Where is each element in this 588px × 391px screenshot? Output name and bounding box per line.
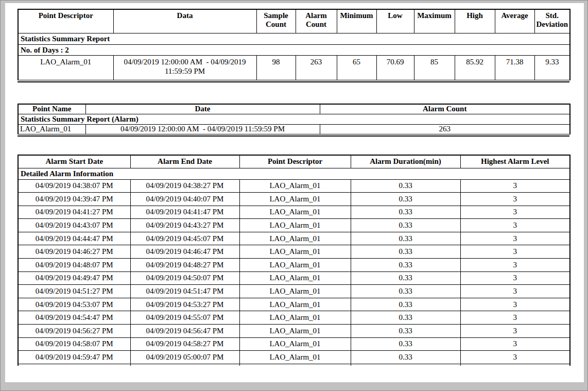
highest-alarm-level-cell: 3 bbox=[460, 245, 570, 259]
alarm-start-date-cell: 04/09/2019 04:38:07 PM bbox=[18, 179, 130, 193]
highest-alarm-level-cell: 3 bbox=[460, 325, 570, 338]
col-highest-alarm-level: Highest Alarm Level bbox=[460, 155, 570, 168]
point-descriptor-cell: LAO_Alarm_01 bbox=[239, 311, 351, 325]
alarm-duration-cell: 0.33 bbox=[351, 311, 460, 325]
table-cutoff-stub bbox=[18, 364, 130, 366]
summary-header-row: Point Descriptor Data Sample Count Alarm… bbox=[18, 9, 570, 33]
minimum-value: 65 bbox=[337, 55, 376, 80]
alarm-end-date-cell: 04/09/2019 04:50:07 PM bbox=[130, 271, 239, 285]
col-alarm-count2: Alarm Count bbox=[320, 104, 570, 114]
summary-title-row: Statistics Summary Report bbox=[18, 33, 570, 44]
highest-alarm-level-cell: 3 bbox=[460, 193, 570, 206]
point-descriptor-cell: LAO_Alarm_01 bbox=[239, 179, 351, 193]
alarm-end-date-cell: 04/09/2019 04:53:27 PM bbox=[130, 298, 239, 311]
std-deviation-value: 9.33 bbox=[534, 55, 570, 80]
detailed-alarm-rows: 04/09/2019 04:38:07 PM 04/09/2019 04:38:… bbox=[18, 179, 570, 364]
alarm-summary-table: Statistics Summary Report (Alarm) Point … bbox=[18, 104, 570, 134]
highest-alarm-level-cell: 3 bbox=[460, 311, 570, 325]
alarm-row: 04/09/2019 04:38:07 PM 04/09/2019 04:38:… bbox=[18, 179, 570, 193]
statistics-summary-section: Statistics Summary Report No. of Days : … bbox=[18, 9, 569, 82]
alarm-count-value: 263 bbox=[296, 55, 337, 80]
col-alarm-count: Alarm Count bbox=[296, 9, 337, 33]
highest-alarm-level-cell: 3 bbox=[460, 259, 570, 272]
highest-alarm-level-cell: 3 bbox=[460, 219, 570, 232]
alarm-summary-title-row: Statistics Summary Report (Alarm) bbox=[18, 114, 570, 124]
maximum-value: 85 bbox=[414, 55, 455, 80]
table-cutoff bbox=[18, 364, 570, 366]
alarm-row: 04/09/2019 04:59:47 PM 04/09/2019 05:00:… bbox=[18, 351, 570, 364]
detailed-alarm-title: Detailed Alarm Information bbox=[18, 168, 570, 179]
alarm-end-date-cell: 04/09/2019 04:46:47 PM bbox=[130, 245, 239, 259]
alarm-end-date-cell: 04/09/2019 04:41:47 PM bbox=[130, 206, 239, 219]
alarm-end-date-cell: 04/09/2019 05:00:07 PM bbox=[130, 351, 239, 364]
table-cutoff-stub bbox=[460, 364, 570, 366]
col-high: High bbox=[455, 9, 495, 33]
alarm-end-date-cell: 04/09/2019 04:51:47 PM bbox=[130, 285, 239, 298]
detailed-alarm-title-row: Detailed Alarm Information bbox=[18, 168, 570, 179]
high-value: 85.92 bbox=[455, 55, 495, 80]
point-descriptor-cell: LAO_Alarm_01 bbox=[239, 337, 351, 351]
alarm-duration-cell: 0.33 bbox=[351, 232, 460, 245]
low-value: 70.69 bbox=[376, 55, 414, 80]
data-range-line2: 11:59:59 PM bbox=[115, 66, 255, 76]
alarm-summary-data-row: LAO_Alarm_01 04/09/2019 12:00:00 AM - 04… bbox=[18, 124, 570, 134]
alarm-row: 04/09/2019 04:43:07 PM 04/09/2019 04:43:… bbox=[18, 219, 570, 232]
alarm-row: 04/09/2019 04:39:47 PM 04/09/2019 04:40:… bbox=[18, 193, 570, 206]
alarm-row: 04/09/2019 04:51:27 PM 04/09/2019 04:51:… bbox=[18, 285, 570, 298]
highest-alarm-level-cell: 3 bbox=[460, 351, 570, 364]
alarm-start-date-cell: 04/09/2019 04:48:07 PM bbox=[18, 259, 130, 272]
alarm-row: 04/09/2019 04:46:27 PM 04/09/2019 04:46:… bbox=[18, 245, 570, 259]
detailed-alarm-section: Detailed Alarm Information Alarm Start D… bbox=[18, 155, 570, 366]
alarm-start-date-cell: 04/09/2019 04:59:47 PM bbox=[18, 351, 130, 364]
alarm-end-date-cell: 04/09/2019 04:48:27 PM bbox=[130, 259, 239, 272]
alarm-row: 04/09/2019 04:44:47 PM 04/09/2019 04:45:… bbox=[18, 232, 570, 245]
alarm-duration-cell: 0.33 bbox=[351, 219, 460, 232]
alarm-end-date-cell: 04/09/2019 04:58:27 PM bbox=[130, 337, 239, 351]
highest-alarm-level-cell: 3 bbox=[460, 179, 570, 193]
highest-alarm-level-cell: 3 bbox=[460, 337, 570, 351]
alarm-duration-cell: 0.33 bbox=[351, 245, 460, 259]
alarm-duration-cell: 0.33 bbox=[351, 206, 460, 219]
alarm-start-date-cell: 04/09/2019 04:58:07 PM bbox=[18, 337, 130, 351]
col-data: Data bbox=[113, 9, 256, 33]
point-descriptor-cell: LAO_Alarm_01 bbox=[239, 298, 351, 311]
report-page: Statistics Summary Report No. of Days : … bbox=[5, 3, 584, 382]
col-alarm-duration: Alarm Duration(min) bbox=[351, 155, 460, 168]
highest-alarm-level-cell: 3 bbox=[460, 285, 570, 298]
alarm-row: 04/09/2019 04:41:27 PM 04/09/2019 04:41:… bbox=[18, 206, 570, 219]
alarm-start-date-cell: 04/09/2019 04:49:47 PM bbox=[18, 271, 130, 285]
alarm-duration-cell: 0.33 bbox=[351, 337, 460, 351]
alarm-end-date-cell: 04/09/2019 04:55:07 PM bbox=[130, 311, 239, 325]
point-descriptor-cell: LAO_Alarm_01 bbox=[239, 206, 351, 219]
alarm-row: 04/09/2019 04:56:27 PM 04/09/2019 04:56:… bbox=[18, 325, 570, 338]
point-descriptor-cell: LAO_Alarm_01 bbox=[239, 271, 351, 285]
col-point-descriptor-3: Point Descriptor bbox=[239, 155, 351, 168]
alarm-start-date-cell: 04/09/2019 04:53:07 PM bbox=[18, 298, 130, 311]
table-cutoff-row bbox=[18, 364, 570, 366]
days-count-label: No. of Days : 2 bbox=[18, 44, 570, 55]
detailed-alarm-table: Detailed Alarm Information Alarm Start D… bbox=[18, 155, 570, 366]
alarm-start-date-cell: 04/09/2019 04:51:27 PM bbox=[18, 285, 130, 298]
alarm-duration-cell: 0.33 bbox=[351, 285, 460, 298]
alarm-duration-cell: 0.33 bbox=[351, 193, 460, 206]
col-average: Average bbox=[495, 9, 534, 33]
point-descriptor-cell: LAO_Alarm_01 bbox=[239, 325, 351, 338]
highest-alarm-level-cell: 3 bbox=[460, 271, 570, 285]
data-range-line1: 04/09/2019 12:00:00 AM - 04/09/2019 bbox=[115, 57, 255, 66]
days-row: No. of Days : 2 bbox=[18, 44, 570, 55]
col-alarm-end-date: Alarm End Date bbox=[130, 155, 239, 168]
alarm-start-date-cell: 04/09/2019 04:39:47 PM bbox=[18, 193, 130, 206]
col-sample-count: Sample Count bbox=[256, 9, 296, 33]
table-cutoff-stub bbox=[130, 364, 239, 366]
point-descriptor-cell: LAO_Alarm_01 bbox=[239, 259, 351, 272]
point-name-value: LAO_Alarm_01 bbox=[18, 124, 85, 134]
col-std-deviation: Std. Deviation bbox=[534, 9, 570, 33]
alarm-start-date-cell: 04/09/2019 04:44:47 PM bbox=[18, 232, 130, 245]
col-date: Date bbox=[85, 104, 320, 114]
alarm-duration-cell: 0.33 bbox=[351, 298, 460, 311]
alarm-end-date-cell: 04/09/2019 04:56:47 PM bbox=[130, 325, 239, 338]
col-maximum: Maximum bbox=[414, 9, 455, 33]
point-descriptor-cell: LAO_Alarm_01 bbox=[239, 245, 351, 259]
alarm-row: 04/09/2019 04:54:47 PM 04/09/2019 04:55:… bbox=[18, 311, 570, 325]
alarm-duration-cell: 0.33 bbox=[351, 271, 460, 285]
